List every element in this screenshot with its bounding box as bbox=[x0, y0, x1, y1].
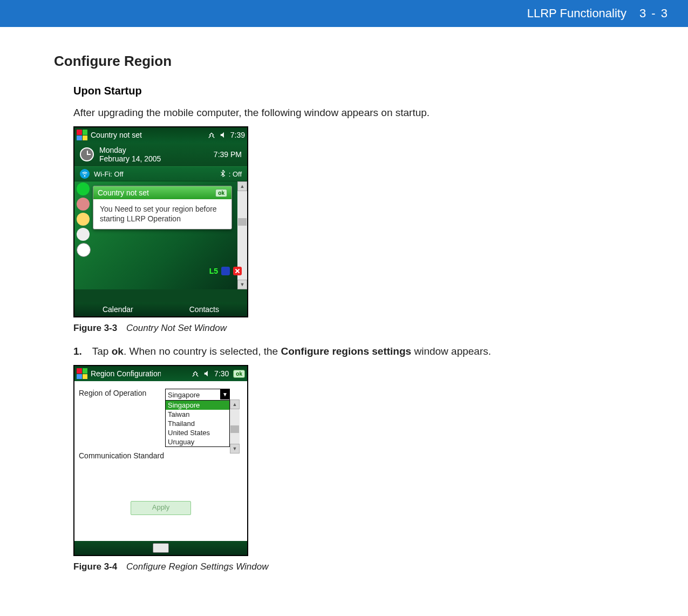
person-icon[interactable] bbox=[77, 198, 90, 211]
step-1-num: 1. bbox=[73, 346, 82, 357]
connection-icon bbox=[208, 131, 215, 139]
status-bar-icons: L5 bbox=[209, 267, 242, 275]
region-option[interactable]: Taiwan bbox=[166, 410, 229, 419]
sip-bar bbox=[74, 541, 247, 555]
step-1-ok: ok bbox=[112, 346, 124, 357]
scroll-thumb[interactable] bbox=[230, 425, 239, 433]
popup-ok-button[interactable]: ok bbox=[215, 189, 227, 197]
apply-button[interactable]: Apply bbox=[131, 501, 191, 515]
tray-icons-2 bbox=[192, 370, 211, 377]
soft-key-right[interactable]: Contacts bbox=[189, 305, 219, 314]
window-title-2: Region Configuration bbox=[91, 369, 161, 378]
form-area: Region of Operation Singapore ▼ Singapor… bbox=[74, 381, 247, 519]
page-header: LLRP Functionality 3 - 3 bbox=[0, 0, 688, 27]
figure2-caption: Figure 3-4 Configure Region Settings Win… bbox=[54, 561, 645, 572]
option-list-scrollbar[interactable]: ▲ ▼ bbox=[230, 400, 240, 453]
start-icon[interactable] bbox=[77, 130, 87, 140]
comm-label: Communication Standard bbox=[79, 451, 165, 460]
calendar-icon[interactable] bbox=[77, 243, 91, 257]
titlebar-ok-button[interactable]: ok bbox=[233, 370, 245, 378]
step-1: 1. Tap ok. When no country is selected, … bbox=[54, 346, 645, 357]
step-1-pre: Tap bbox=[92, 346, 112, 357]
bluetooth-icon bbox=[219, 170, 227, 179]
scroll-up-button[interactable]: ▲ bbox=[237, 181, 247, 191]
figure2-title: Configure Region Settings Window bbox=[126, 561, 269, 572]
scroll-down-button[interactable]: ▼ bbox=[230, 444, 240, 453]
tray-icons bbox=[208, 131, 227, 139]
date-bar: Monday February 14, 2005 7:39 PM bbox=[74, 143, 247, 166]
volume-icon bbox=[220, 131, 227, 139]
clock-time: 7:39 bbox=[230, 131, 245, 139]
region-combo[interactable]: Singapore ▼ Singapore Taiwan Thailand Un… bbox=[165, 389, 230, 447]
figure1-num: Figure 3-3 bbox=[73, 323, 117, 333]
status-bluetooth-icon bbox=[221, 267, 230, 275]
region-option[interactable]: Uruguay bbox=[166, 437, 229, 446]
connection-icon bbox=[192, 370, 199, 377]
start-icon[interactable] bbox=[77, 368, 87, 379]
comm-row: Communication Standard bbox=[79, 451, 243, 460]
step-1-bold2: Configure regions settings bbox=[281, 346, 411, 357]
step-1-mid: . When no country is selected, the bbox=[124, 346, 281, 357]
intro-text: After upgrading the mobile computer, the… bbox=[54, 107, 645, 119]
wifi-icon bbox=[80, 169, 90, 179]
popup-title-text: Country not set bbox=[98, 188, 149, 197]
scroll-up-button[interactable]: ▲ bbox=[230, 400, 240, 409]
wm-title-bar-2: Region Configuration 7:30 ok bbox=[74, 366, 247, 381]
figure1-title: Country Not Set Window bbox=[126, 323, 227, 333]
popup-dialog: Country not set ok You Need to set your … bbox=[93, 186, 232, 229]
window-title: Country not set bbox=[91, 131, 142, 139]
figure2-num: Figure 3-4 bbox=[73, 561, 117, 572]
status-lg: L5 bbox=[209, 267, 218, 275]
popup-body-text: You Need to set your region before start… bbox=[93, 199, 231, 229]
combo-dropdown-button[interactable]: ▼ bbox=[220, 389, 230, 400]
screenshot-region-config: Region Configuration 7:30 ok Region of O… bbox=[73, 365, 248, 556]
subsection-title: Upon Startup bbox=[54, 85, 645, 97]
soft-key-left[interactable]: Calendar bbox=[103, 305, 133, 314]
region-option[interactable]: Singapore bbox=[166, 401, 229, 410]
wm-title-bar: Country not set 7:39 bbox=[74, 127, 247, 143]
screenshot-country-not-set: Country not set 7:39 Monday February 14,… bbox=[73, 126, 248, 317]
region-option[interactable]: Thailand bbox=[166, 419, 229, 428]
region-option[interactable]: United States bbox=[166, 428, 229, 437]
clock-icon bbox=[80, 147, 94, 161]
section-title: Configure Region bbox=[54, 53, 645, 70]
step-1-post: window appears. bbox=[411, 346, 491, 357]
region-label: Region of Operation bbox=[79, 389, 165, 397]
popup-title-bar: Country not set ok bbox=[93, 186, 231, 199]
scroll-down-button[interactable]: ▼ bbox=[237, 280, 247, 289]
home-icon-column bbox=[77, 181, 91, 257]
clock-time-2: 7:30 bbox=[214, 369, 229, 378]
keyboard-icon[interactable] bbox=[153, 543, 169, 553]
owner-info-icon[interactable] bbox=[77, 182, 90, 195]
scroll-track[interactable] bbox=[230, 409, 240, 444]
weekday: Monday bbox=[99, 146, 161, 154]
page-number: 3 - 3 bbox=[639, 6, 669, 21]
wifi-bar: Wi-Fi: Off : Off bbox=[74, 166, 247, 181]
date: February 14, 2005 bbox=[99, 154, 161, 163]
mail-icon[interactable] bbox=[77, 213, 90, 226]
home-main: ▲ ▼ Country not set ok You Need to set y… bbox=[74, 181, 247, 289]
status-error-icon bbox=[233, 267, 242, 275]
volume-icon bbox=[203, 370, 211, 377]
figure1-caption: Figure 3-3 Country Not Set Window bbox=[54, 323, 645, 334]
region-option-list: Singapore Taiwan Thailand United States … bbox=[165, 401, 230, 447]
time-pm: 7:39 PM bbox=[214, 150, 242, 159]
tasks-icon[interactable] bbox=[77, 228, 90, 241]
bluetooth-label: : Off bbox=[229, 170, 242, 178]
page-content: Configure Region Upon Startup After upgr… bbox=[0, 27, 688, 606]
region-row: Region of Operation Singapore ▼ Singapor… bbox=[79, 389, 243, 447]
chapter-title: LLRP Functionality bbox=[527, 6, 626, 21]
wifi-label: Wi-Fi: Off bbox=[94, 170, 124, 178]
scroll-thumb[interactable] bbox=[238, 218, 247, 226]
soft-key-bar: Calendar Contacts bbox=[74, 302, 247, 316]
